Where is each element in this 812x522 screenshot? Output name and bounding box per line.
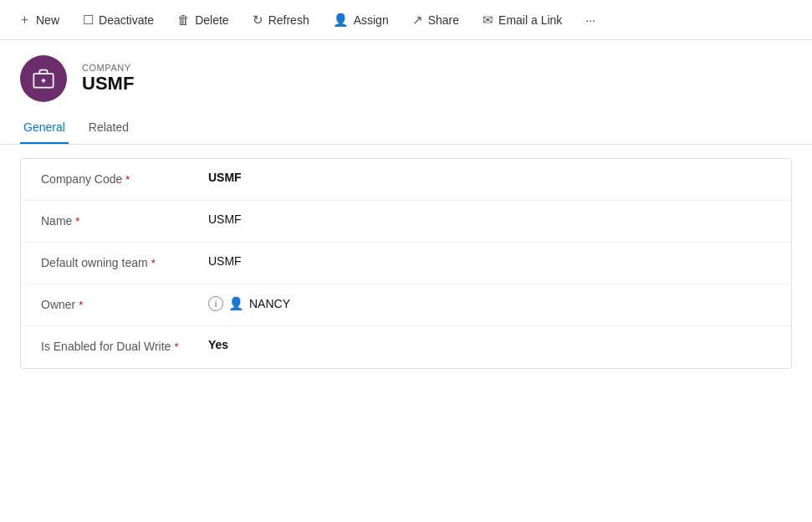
label-owner: Owner* bbox=[41, 296, 208, 311]
email-label: Email a Link bbox=[498, 13, 562, 27]
field-dual-write: Is Enabled for Dual Write* Yes bbox=[21, 326, 791, 368]
email-icon: ✉ bbox=[483, 13, 493, 28]
refresh-icon: ↻ bbox=[253, 13, 263, 28]
assign-icon: 👤 bbox=[333, 13, 349, 28]
label-name: Name* bbox=[41, 212, 208, 228]
new-button[interactable]: ＋ New bbox=[7, 0, 71, 39]
field-default-owning-team: Default owning team* USMF bbox=[21, 243, 791, 284]
toolbar: ＋ New ☐ Deactivate 🗑 Delete ↻ Refresh 👤 … bbox=[0, 0, 812, 40]
label-dual-write: Is Enabled for Dual Write* bbox=[41, 338, 208, 353]
required-marker: * bbox=[75, 215, 79, 228]
owner-name: NANCY bbox=[249, 297, 290, 310]
company-icon bbox=[32, 67, 55, 90]
share-icon: ↗ bbox=[412, 13, 423, 28]
value-owner[interactable]: i 👤 NANCY bbox=[208, 296, 771, 311]
tabs: General Related bbox=[0, 112, 812, 145]
share-label: Share bbox=[428, 13, 459, 27]
deactivate-icon: ☐ bbox=[83, 13, 94, 28]
refresh-label: Refresh bbox=[268, 13, 309, 27]
label-company-code: Company Code* bbox=[41, 171, 208, 186]
field-name: Name* USMF bbox=[21, 201, 791, 243]
owner-person-icon: 👤 bbox=[228, 296, 244, 311]
assign-label: Assign bbox=[354, 13, 389, 27]
field-company-code: Company Code* USMF bbox=[21, 159, 791, 201]
field-owner: Owner* i 👤 NANCY bbox=[21, 284, 791, 326]
owner-info-icon[interactable]: i bbox=[208, 296, 223, 311]
required-marker: * bbox=[79, 299, 83, 311]
record-type: COMPANY bbox=[82, 63, 134, 73]
tab-related[interactable]: Related bbox=[85, 112, 132, 144]
assign-button[interactable]: 👤 Assign bbox=[321, 0, 401, 39]
new-icon: ＋ bbox=[18, 12, 31, 28]
delete-icon: 🗑 bbox=[177, 13, 190, 27]
more-button[interactable]: ··· bbox=[574, 0, 607, 39]
share-button[interactable]: ↗ Share bbox=[401, 0, 471, 39]
label-default-owning-team: Default owning team* bbox=[41, 254, 208, 269]
value-dual-write[interactable]: Yes bbox=[208, 338, 771, 351]
record-meta: COMPANY USMF bbox=[82, 63, 134, 95]
record-header: COMPANY USMF bbox=[0, 40, 812, 112]
email-button[interactable]: ✉ Email a Link bbox=[471, 0, 574, 39]
delete-label: Delete bbox=[195, 13, 228, 27]
refresh-button[interactable]: ↻ Refresh bbox=[241, 0, 321, 39]
new-label: New bbox=[36, 13, 59, 27]
deactivate-label: Deactivate bbox=[99, 13, 154, 27]
deactivate-button[interactable]: ☐ Deactivate bbox=[71, 0, 166, 39]
required-marker: * bbox=[151, 257, 156, 269]
tab-general[interactable]: General bbox=[20, 112, 69, 144]
value-name[interactable]: USMF bbox=[208, 212, 771, 226]
form-card: Company Code* USMF Name* USMF Default ow… bbox=[20, 158, 792, 369]
record-title: USMF bbox=[82, 73, 134, 95]
avatar bbox=[20, 55, 67, 102]
required-marker: * bbox=[174, 340, 178, 353]
required-marker: * bbox=[125, 173, 130, 186]
value-default-owning-team[interactable]: USMF bbox=[208, 254, 771, 268]
more-label: ··· bbox=[585, 13, 595, 27]
delete-button[interactable]: 🗑 Delete bbox=[166, 0, 240, 39]
value-company-code[interactable]: USMF bbox=[208, 171, 771, 184]
